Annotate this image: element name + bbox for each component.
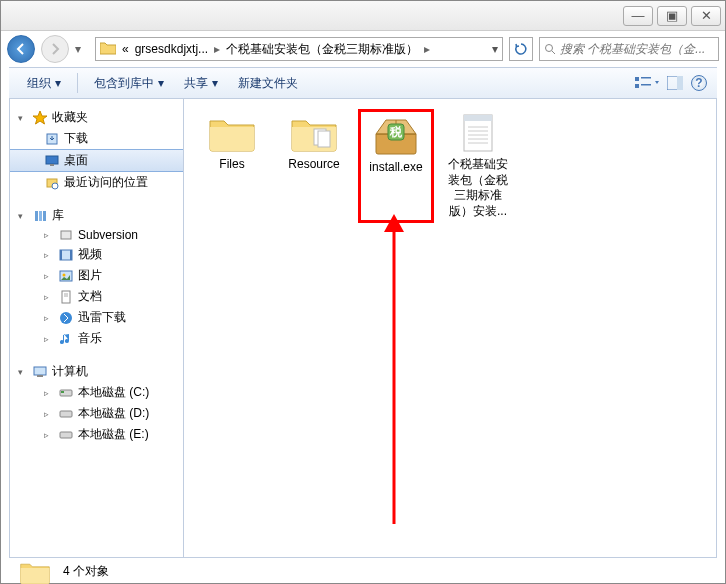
include-button[interactable]: 包含到库中 ▾ <box>86 71 172 96</box>
svg-rect-27 <box>37 375 43 377</box>
drive-icon <box>58 407 74 421</box>
titlebar: — ▣ ✕ <box>1 1 725 31</box>
forward-button <box>41 35 69 63</box>
back-button[interactable] <box>7 35 35 63</box>
organize-button[interactable]: 组织 ▾ <box>19 71 69 96</box>
help-button[interactable]: ? <box>691 75 707 91</box>
expand-icon[interactable]: ▹ <box>44 430 54 440</box>
music-icon <box>58 332 74 346</box>
search-box[interactable] <box>539 37 719 61</box>
chevron-right-icon[interactable]: ▸ <box>212 42 222 56</box>
file-label: Resource <box>288 157 339 173</box>
share-button[interactable]: 共享 ▾ <box>176 71 226 96</box>
libraries-header[interactable]: ▾ 库 <box>10 205 183 226</box>
file-pane[interactable]: Files Resource 税 install.exe 个税基础安装包（金税三… <box>184 99 716 557</box>
drive-icon <box>58 428 74 442</box>
expand-icon[interactable]: ▹ <box>44 409 54 419</box>
svg-rect-26 <box>34 367 46 375</box>
expand-icon[interactable]: ▹ <box>44 334 54 344</box>
sidebar-item-xunlei[interactable]: ▹迅雷下载 <box>10 307 183 328</box>
favorites-group: ▾ 收藏夹 下载 桌面 最近访问的位置 <box>10 107 183 193</box>
folder-item[interactable]: Files <box>194 109 270 223</box>
svg-rect-5 <box>641 84 651 86</box>
close-button[interactable]: ✕ <box>691 6 721 26</box>
explorer-window: — ▣ ✕ ▾ « grsesdkdjxtj... ▸ 个税基础安装包（金税三期… <box>0 0 726 584</box>
svg-point-21 <box>63 273 66 276</box>
sidebar-item-drive-c[interactable]: ▹本地磁盘 (C:) <box>10 382 183 403</box>
minimize-button[interactable]: — <box>623 6 653 26</box>
drive-icon <box>58 386 74 400</box>
sidebar-item-drive-d[interactable]: ▹本地磁盘 (D:) <box>10 403 183 424</box>
sidebar-item-drive-e[interactable]: ▹本地磁盘 (E:) <box>10 424 183 445</box>
collapse-icon[interactable]: ▾ <box>18 113 28 123</box>
sidebar: ▾ 收藏夹 下载 桌面 最近访问的位置 <box>10 99 184 557</box>
toolbar: 组织 ▾ 包含到库中 ▾ 共享 ▾ 新建文件夹 ? <box>9 67 717 99</box>
sidebar-item-pictures[interactable]: ▹图片 <box>10 265 183 286</box>
preview-pane-button[interactable] <box>667 76 683 90</box>
sidebar-item-desktop[interactable]: 桌面 <box>10 149 183 172</box>
collapse-icon[interactable]: ▾ <box>18 211 28 221</box>
star-icon <box>32 111 48 125</box>
svg-rect-18 <box>60 250 62 260</box>
expand-icon[interactable]: ▹ <box>44 230 54 240</box>
expand-icon[interactable]: ▹ <box>44 313 54 323</box>
expand-icon[interactable]: ▹ <box>44 292 54 302</box>
svg-point-12 <box>52 183 58 189</box>
text-file-item[interactable]: 个税基础安装包（金税三期标准版）安装... <box>440 109 516 223</box>
svg-rect-37 <box>464 115 492 121</box>
sidebar-item-documents[interactable]: ▹文档 <box>10 286 183 307</box>
favorites-header[interactable]: ▾ 收藏夹 <box>10 107 183 128</box>
folder-item[interactable]: Resource <box>276 109 352 223</box>
breadcrumb-part[interactable]: 个税基础安装包（金税三期标准版） <box>224 41 420 58</box>
refresh-button[interactable] <box>509 37 533 61</box>
svg-rect-14 <box>39 211 42 221</box>
breadcrumb-part[interactable]: grsesdkdjxtj... <box>133 42 210 56</box>
expand-icon[interactable]: ▹ <box>44 388 54 398</box>
favorites-label: 收藏夹 <box>52 109 88 126</box>
svg-rect-29 <box>61 391 64 393</box>
view-button[interactable] <box>635 75 659 91</box>
library-icon <box>32 209 48 223</box>
download-icon <box>44 132 60 146</box>
address-dropdown[interactable]: ▾ <box>492 42 498 56</box>
svg-rect-31 <box>60 432 72 438</box>
recent-icon <box>44 176 60 190</box>
new-folder-button[interactable]: 新建文件夹 <box>230 71 306 96</box>
status-count: 4 个对象 <box>63 563 109 580</box>
svg-point-0 <box>546 45 553 52</box>
svg-rect-15 <box>43 211 46 221</box>
expand-icon[interactable]: ▹ <box>44 271 54 281</box>
chevron-right-icon[interactable]: ▸ <box>422 42 432 56</box>
libraries-group: ▾ 库 ▹Subversion ▹视频 ▹图片 ▹文档 ▹迅雷下载 ▹音乐 <box>10 205 183 349</box>
installer-icon: 税 <box>372 116 420 156</box>
file-label: install.exe <box>369 160 422 176</box>
search-input[interactable] <box>560 42 714 56</box>
document-icon <box>58 290 74 304</box>
collapse-icon[interactable]: ▾ <box>18 367 28 377</box>
installer-item[interactable]: 税 install.exe <box>358 109 434 223</box>
sidebar-item-subversion[interactable]: ▹Subversion <box>10 226 183 244</box>
sidebar-item-music[interactable]: ▹音乐 <box>10 328 183 349</box>
text-file-icon <box>454 113 502 153</box>
svg-rect-13 <box>35 211 38 221</box>
svg-rect-9 <box>46 156 58 164</box>
sidebar-item-recent[interactable]: 最近访问的位置 <box>10 172 183 193</box>
computer-header[interactable]: ▾ 计算机 <box>10 361 183 382</box>
status-bar: 4 个对象 <box>9 557 717 584</box>
sidebar-item-videos[interactable]: ▹视频 <box>10 244 183 265</box>
breadcrumb-prefix[interactable]: « <box>120 42 131 56</box>
navbar: ▾ « grsesdkdjxtj... ▸ 个税基础安装包（金税三期标准版） ▸… <box>1 31 725 67</box>
video-icon <box>58 248 74 262</box>
folder-icon <box>290 113 338 153</box>
svg-rect-33 <box>318 131 330 147</box>
search-icon <box>544 43 556 55</box>
xunlei-icon <box>58 311 74 325</box>
expand-icon[interactable]: ▹ <box>44 250 54 260</box>
folder-icon <box>208 113 256 153</box>
maximize-button[interactable]: ▣ <box>657 6 687 26</box>
sidebar-item-downloads[interactable]: 下载 <box>10 128 183 149</box>
body: ▾ 收藏夹 下载 桌面 最近访问的位置 <box>9 99 717 557</box>
history-dropdown[interactable]: ▾ <box>75 42 89 56</box>
address-bar[interactable]: « grsesdkdjxtj... ▸ 个税基础安装包（金税三期标准版） ▸ ▾ <box>95 37 503 61</box>
folder-icon <box>19 559 51 585</box>
